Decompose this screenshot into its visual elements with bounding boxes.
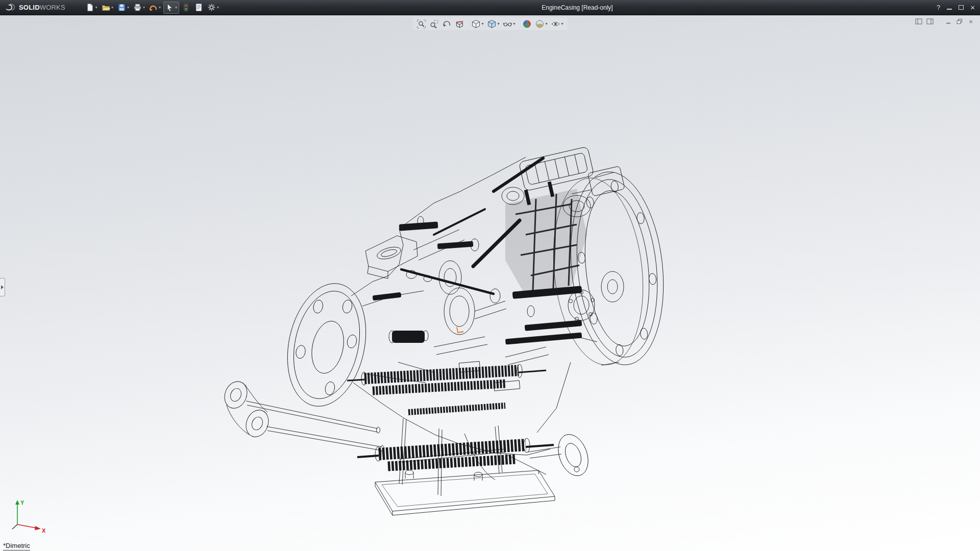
reference-triad: Y X: [8, 498, 49, 534]
close-document-button[interactable]: ×: [967, 18, 975, 25]
zoom-to-area-button[interactable]: [428, 18, 440, 29]
options-button[interactable]: ▾: [206, 2, 220, 14]
titlebar: SOLIDWORKS ▾ ▾ ▾ ▾ ▾: [0, 0, 980, 15]
restore-document-icon: [956, 18, 963, 24]
print-button[interactable]: ▾: [132, 2, 146, 14]
edit-appearance-ball-icon: [523, 19, 532, 29]
view-settings-button[interactable]: ▾: [550, 18, 565, 29]
y-axis-arrow-icon: [15, 500, 19, 505]
view-orientation-button[interactable]: ▾: [470, 18, 485, 29]
y-axis-label: Y: [20, 499, 24, 506]
featuremanager-pane-icon: [915, 18, 922, 24]
dropdown-caret-icon[interactable]: ▾: [111, 6, 113, 10]
minimize-document-button[interactable]: [944, 18, 952, 25]
hide-show-glasses-icon: [503, 19, 512, 29]
brand-solid: SOLID: [19, 4, 40, 11]
dropdown-caret-icon[interactable]: ▾: [127, 6, 129, 10]
dropdown-caret-icon[interactable]: ▾: [159, 6, 161, 10]
3ds-logo-icon: [4, 4, 16, 12]
minimize-window-button[interactable]: [947, 5, 952, 10]
view-orientation-cube-icon: [471, 19, 480, 29]
z-axis-icon: [12, 524, 17, 529]
rebuild-traffic-light-icon: [182, 3, 190, 12]
close-window-button[interactable]: ×: [970, 4, 975, 11]
new-document-icon: [86, 3, 94, 12]
expand-arrow-icon: [1, 285, 4, 289]
zoom-to-fit-icon: [416, 19, 426, 29]
rebuild-button[interactable]: [180, 2, 192, 14]
zoom-to-area-icon: [429, 19, 438, 29]
solidworks-window: SOLIDWORKS ▾ ▾ ▾ ▾ ▾: [0, 0, 980, 551]
solidworks-menu-logo[interactable]: SOLIDWORKS: [0, 0, 70, 15]
apply-scene-icon: [535, 19, 545, 29]
graphics-area[interactable]: ▾ ▾ ▾ ▾ ▾: [0, 15, 980, 551]
open-button[interactable]: ▾: [100, 2, 115, 14]
print-icon: [133, 3, 142, 12]
save-icon: [117, 3, 126, 12]
apply-scene-button[interactable]: ▾: [534, 18, 549, 29]
dropdown-caret-icon[interactable]: ▾: [546, 22, 548, 26]
document-window-controls: ×: [915, 18, 975, 25]
brand-works: WORKS: [40, 4, 65, 11]
file-properties-button[interactable]: [193, 2, 205, 14]
display-style-button[interactable]: ▾: [485, 18, 501, 29]
edit-appearance-button[interactable]: [521, 18, 533, 29]
dropdown-caret-icon[interactable]: ▾: [497, 22, 499, 26]
maximize-window-button[interactable]: [959, 5, 964, 10]
task-pane-icon: [926, 18, 934, 24]
dropdown-caret-icon[interactable]: ▾: [95, 6, 97, 10]
undo-button[interactable]: ▾: [148, 2, 162, 14]
open-folder-icon: [102, 3, 110, 12]
window-controls: ? ×: [934, 4, 980, 11]
x-axis-arrow-icon: [35, 526, 41, 530]
featuremanager-pane-button[interactable]: [915, 18, 923, 25]
select-cursor-icon: [165, 3, 174, 12]
heads-up-view-toolbar: ▾ ▾ ▾ ▾ ▾: [412, 17, 567, 30]
file-properties-icon: [194, 3, 203, 12]
dropdown-caret-icon[interactable]: ▾: [175, 6, 177, 10]
view-orientation-label: *Dimetric: [3, 542, 30, 550]
save-button[interactable]: ▾: [116, 2, 131, 14]
featuremanager-collapsed-tab[interactable]: [0, 278, 5, 296]
window-title: EngineCasing [Read-only]: [221, 4, 934, 11]
new-document-button[interactable]: ▾: [84, 2, 99, 14]
main-toolbar: ▾ ▾ ▾ ▾ ▾ ▾: [84, 0, 221, 15]
undo-icon: [149, 3, 158, 12]
task-pane-button[interactable]: [926, 18, 934, 25]
options-gear-icon: [207, 3, 216, 12]
previous-view-icon: [442, 19, 451, 29]
select-tool-button[interactable]: ▾: [163, 2, 179, 14]
origin-marker-icon: [457, 327, 463, 333]
dropdown-caret-icon[interactable]: ▾: [143, 6, 145, 10]
hide-show-items-button[interactable]: ▾: [501, 18, 517, 29]
dropdown-caret-icon[interactable]: ▾: [561, 22, 564, 26]
zoom-to-fit-button[interactable]: [415, 18, 427, 29]
dropdown-caret-icon[interactable]: ▾: [481, 22, 483, 26]
restore-document-button[interactable]: [955, 18, 964, 25]
dropdown-caret-icon[interactable]: ▾: [217, 6, 219, 10]
help-button[interactable]: ?: [937, 4, 940, 11]
engine-casing-wireframe: [219, 143, 669, 523]
minimize-document-icon: [945, 18, 952, 24]
dropdown-caret-icon[interactable]: ▾: [513, 22, 515, 26]
x-axis-label: X: [42, 528, 46, 534]
section-view-button[interactable]: [453, 18, 465, 29]
section-view-icon: [455, 19, 464, 29]
display-style-cube-icon: [487, 19, 496, 29]
view-settings-eye-icon: [551, 19, 560, 29]
previous-view-button[interactable]: [440, 18, 453, 29]
